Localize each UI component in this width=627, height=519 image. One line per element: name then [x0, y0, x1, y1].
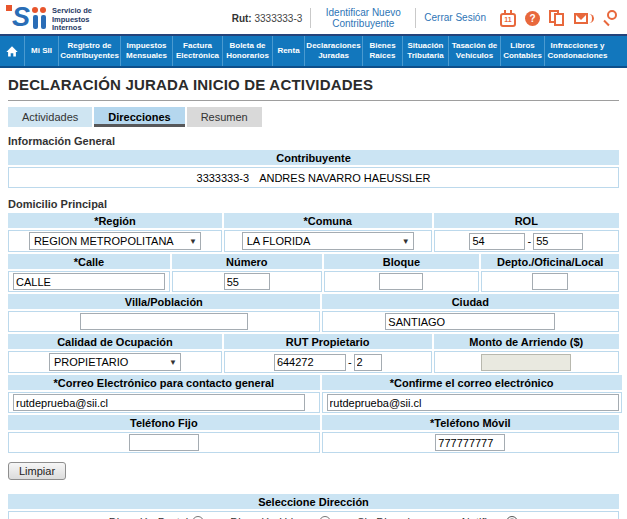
chevron-down-icon: ▼	[189, 237, 197, 246]
depto-label: Depto./Oficina/Local	[481, 254, 619, 269]
nav-item-factura-electronica[interactable]: Factura Electrónica	[172, 36, 222, 66]
sin-direcciones-radio[interactable]	[506, 516, 518, 519]
calle-input[interactable]	[13, 273, 165, 290]
villa-input[interactable]	[80, 313, 248, 330]
confirme-correo-input[interactable]	[327, 394, 619, 411]
tab-resumen[interactable]: Resumen	[187, 107, 262, 127]
help-icon[interactable]: ?	[525, 11, 540, 26]
row-calle-numero-bloque-depto: *Calle Número Bloque Depto./Oficina/Loca…	[8, 254, 619, 292]
calle-label: *Calle	[8, 254, 170, 269]
depto-input[interactable]	[532, 273, 568, 290]
sii-logo-mark: S	[8, 3, 46, 29]
domicilio-title: Domicilio Principal	[8, 198, 619, 210]
identificar-nuevo-contribuyente-link[interactable]: Identificar Nuevo Contribuyente	[319, 7, 407, 30]
nav-item-renta[interactable]: Renta	[272, 36, 304, 66]
main-nav: Mi SII Registro de Contribuyentes Impues…	[0, 36, 627, 66]
correo-label: *Correo Electrónico para contacto genera…	[8, 375, 320, 390]
home-icon-glyph	[5, 45, 19, 58]
row-villa-ciudad: Villa/Población Ciudad	[8, 294, 619, 332]
row-telefonos: Teléfono Fijo *Teléfono Móvil	[8, 415, 619, 453]
chevron-down-icon: ▼	[402, 237, 410, 246]
top-bar: S Servicio de Impuestos Internos Rut: 33…	[0, 0, 627, 34]
telefono-fijo-label: Teléfono Fijo	[8, 415, 320, 430]
rut-display: Rut: 3333333-3	[232, 13, 303, 24]
nav-item-impuestos-mensuales[interactable]: Impuestos Mensuales	[120, 36, 172, 66]
contribuyente-table: Contribuyente 3333333-3 ANDRES NAVARRO H…	[8, 150, 619, 188]
rol-input-2[interactable]	[533, 233, 583, 250]
ciudad-input[interactable]	[385, 313, 555, 330]
seleccione-direccion-header: Seleccione Dirección	[8, 494, 619, 509]
region-select[interactable]: REGION METROPOLITANA ▼	[29, 232, 201, 250]
direccion-urbana-radio[interactable]	[319, 516, 331, 519]
info-general-title: Información General	[8, 135, 619, 147]
logo-tagline: Servicio de Impuestos Internos	[52, 3, 92, 32]
confirme-correo-label: *Confirme el correo electrónico	[322, 375, 622, 390]
tab-bar: Actividades Direcciones Resumen	[8, 107, 619, 127]
home-icon[interactable]	[0, 36, 24, 66]
divider	[415, 8, 416, 28]
nav-item-bienes-raices[interactable]: Bienes Raíces	[362, 36, 402, 66]
telefono-movil-label: *Teléfono Móvil	[322, 415, 619, 430]
correo-input[interactable]	[13, 394, 305, 411]
region-label: *Región	[8, 213, 222, 228]
nav-item-registro-contribuyentes[interactable]: Registro de Contribuyentes	[58, 36, 120, 66]
page-title: DECLARACIÓN JURADA INICIO DE ACTIVIDADES	[8, 76, 619, 93]
chevron-down-icon: ▼	[169, 358, 177, 367]
nav-item-boleta-honorarios[interactable]: Boleta de Honorarios	[222, 36, 272, 66]
rol-input-1[interactable]	[469, 233, 525, 250]
calidad-label: Calidad de Ocupación	[8, 334, 222, 349]
nav-item-tasacion-vehiculos[interactable]: Tasación de Vehículos	[448, 36, 500, 66]
villa-label: Villa/Población	[8, 294, 320, 309]
telefono-movil-input[interactable]	[435, 434, 505, 451]
row-calidad-rut-monto: Calidad de Ocupación RUT Propietario Mon…	[8, 334, 619, 373]
row-region-comuna-rol: *Región *Comuna ROL REGION METROPOLITANA…	[8, 213, 619, 252]
contribuyente-value: 3333333-3 ANDRES NAVARRO HAEUSSLER	[8, 167, 619, 188]
logo-dot	[32, 7, 38, 13]
monto-arriendo-input	[481, 354, 571, 371]
direccion-radio-group: Dirección Postal Dirección Urbana Sin Di…	[11, 516, 616, 519]
contact-icon[interactable]	[574, 12, 594, 25]
sin-direcciones-option[interactable]: Sin Direcciones para Notificar	[357, 516, 518, 519]
cerrar-sesion-link[interactable]: Cerrar Sesión	[424, 12, 486, 24]
monto-arriendo-label: Monto de Arriendo ($)	[434, 334, 619, 349]
contribuyente-header: Contribuyente	[8, 150, 619, 165]
comuna-select[interactable]: LA FLORIDA ▼	[242, 232, 414, 250]
seleccione-direccion-table: Seleccione Dirección Dirección Postal Di…	[8, 494, 619, 519]
rol-separator: -	[527, 235, 531, 247]
rol-label: ROL	[434, 213, 619, 228]
nav-item-mi-sii[interactable]: Mi SII	[24, 36, 58, 66]
limpiar-button[interactable]: Limpiar	[8, 462, 66, 480]
numero-input[interactable]	[224, 273, 270, 290]
contribuyente-rut: 3333333-3	[197, 172, 250, 184]
direccion-postal-option[interactable]: Dirección Postal	[109, 516, 204, 519]
nav-item-situacion-tributaria[interactable]: Situación Tributaria	[402, 36, 448, 66]
tab-direcciones[interactable]: Direcciones	[94, 107, 184, 127]
numero-label: Número	[172, 254, 322, 269]
telefono-fijo-input[interactable]	[129, 434, 199, 451]
direccion-urbana-option[interactable]: Dirección Urbana	[230, 516, 331, 519]
rut-propietario-input-1[interactable]	[274, 354, 346, 371]
contribuyente-nombre: ANDRES NAVARRO HAEUSSLER	[259, 172, 430, 184]
title-rule	[8, 100, 619, 101]
rut-propietario-label: RUT Propietario	[224, 334, 432, 349]
calidad-ocupacion-select[interactable]: PROPIETARIO ▼	[49, 353, 181, 371]
nav-item-infracciones-condonaciones[interactable]: Infracciones y Condonaciones	[544, 36, 610, 66]
bloque-input[interactable]	[379, 273, 423, 290]
nav-item-libros-contables[interactable]: Libros Contables	[500, 36, 544, 66]
documents-icon[interactable]	[549, 10, 565, 26]
row-correos: *Correo Electrónico para contacto genera…	[8, 375, 619, 413]
sii-logo: S Servicio de Impuestos Internos	[8, 3, 92, 32]
comuna-label: *Comuna	[224, 213, 432, 228]
divider	[310, 8, 311, 28]
rut-separator: -	[348, 356, 352, 368]
bloque-label: Bloque	[324, 254, 480, 269]
calendar-icon[interactable]: 11	[500, 13, 516, 27]
tab-actividades[interactable]: Actividades	[8, 107, 92, 127]
ciudad-label: Ciudad	[322, 294, 619, 309]
direccion-postal-radio[interactable]	[192, 516, 204, 519]
nav-item-declaraciones-juradas[interactable]: Declaraciones Juradas	[304, 36, 362, 66]
search-icon[interactable]	[603, 10, 619, 26]
rut-propietario-input-2[interactable]	[354, 354, 382, 371]
logo-dot	[40, 7, 46, 13]
